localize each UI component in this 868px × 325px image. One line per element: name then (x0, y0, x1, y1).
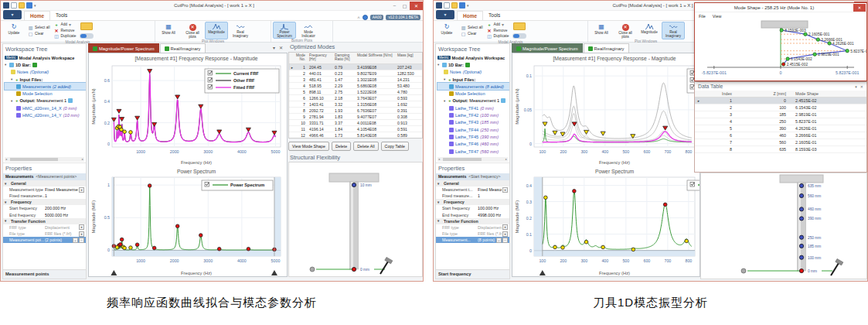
maximize-button[interactable]: ▢ (400, 2, 410, 10)
remove-point-button[interactable]: − (502, 238, 508, 243)
prop-file-type[interactable]: File typeFRF files (*.frf)▾ (3, 231, 86, 237)
remove-point-button[interactable]: − (79, 238, 84, 243)
new-file-icon[interactable] (11, 2, 17, 9)
remove-button[interactable]: ✕Remove (53, 29, 76, 33)
tab-home[interactable]: Home (24, 11, 50, 20)
add-point-button[interactable]: + (73, 238, 78, 243)
tree-hscrollbar[interactable]: ◂▸ (437, 157, 508, 162)
tree-item-measurements[interactable]: Measurements(2 added) (5, 83, 86, 90)
data-table-row[interactable]: 42505.8237E-01 (695, 118, 866, 125)
tab-tools[interactable]: Tools (50, 11, 73, 20)
mode-table-row[interactable]: 71403.413.321.3156E081.692 (289, 101, 422, 108)
tree-item-frf-file[interactable]: Lathe_TF48(635 mm) (437, 155, 509, 156)
tree-item-input-files[interactable]: ▾+Input Files: (437, 76, 509, 83)
update-button[interactable]: ↻ Update (435, 22, 458, 40)
close-button[interactable]: ✕ (410, 2, 423, 10)
modes-action-button[interactable]: Delete All (353, 142, 378, 151)
tab-tools[interactable]: Tools (483, 11, 505, 20)
prop-measurement-type[interactable]: Measurement typeFixed Measuremen▾ (3, 186, 86, 193)
open-folder-icon[interactable] (451, 2, 458, 9)
close-all-plots-button[interactable]: ✕Close all plots (614, 22, 637, 39)
prop-fixed-measurement[interactable]: Fixed measure...1 (436, 193, 509, 199)
clear-button[interactable]: ▢Clear (461, 32, 482, 36)
tree-item-frf-file[interactable]: Lathe_TF44(250 mm) (437, 126, 509, 133)
magnitude-button[interactable]: Magnitude (638, 22, 661, 39)
mode-table-row[interactable]: 4518.952.295.6860E0853.480 (289, 83, 422, 89)
tree-item-frf-file[interactable]: HMC_d20mm_14_X(0 mm) (5, 104, 86, 111)
globe-icon[interactable] (363, 15, 368, 20)
prop-measurement-points[interactable]: Measurement poi...(2 points)+− (3, 237, 86, 243)
prop-frf-type[interactable]: FRF typeDisplacement▾ (3, 224, 86, 231)
new-file-icon[interactable] (444, 2, 450, 9)
prop-start-frequency[interactable]: Start frequency100.000 Hz (436, 205, 509, 211)
tree-item-frf-file[interactable]: Lathe_TF43(185 mm) (437, 119, 509, 126)
tree-item-frf-file[interactable]: Lathe_TF47(560 mm) (437, 148, 509, 155)
mode-table-row[interactable]: 1204.450.793.4199E08207.243 (289, 64, 422, 70)
data-table-row[interactable]: 31852.9819E-01 (695, 111, 866, 118)
tree-item-frf-file[interactable]: Lathe_TF42(100 mm) (437, 111, 509, 118)
save-icon[interactable] (459, 2, 465, 9)
chevron-down-icon[interactable]: ▾ (273, 45, 275, 50)
save-icon[interactable] (26, 2, 32, 9)
mode-indicator-button[interactable]: Mode Indicator (297, 22, 320, 39)
tab-home[interactable]: Home (457, 11, 483, 20)
mode-table-row[interactable]: 61266.102.183.7643E070.593 (289, 95, 422, 101)
prop-fixed-measurement[interactable]: Fixed measureme...1 (3, 193, 86, 199)
tree-item-measurements[interactable]: Measurements(8 added) (437, 83, 509, 90)
tree-item-mode-selection[interactable]: Mode Selection (437, 90, 509, 97)
close-icon[interactable]: ✕ (860, 84, 863, 89)
power-spectrum-button[interactable]: Power Spectrum (273, 22, 296, 39)
tab-magnitude-power-spectrum[interactable]: Magnitude/Power Spectrum (88, 43, 159, 53)
prop-measurement-type[interactable]: Measurement t...Fixed Measure▾ (436, 186, 509, 193)
data-table-row[interactable]: 64603.2666E-01 (695, 132, 866, 139)
modes-action-button[interactable]: View Mode Shape (288, 142, 329, 151)
real-imaginary-button[interactable]: Real Imaginary (229, 22, 252, 39)
app-menu-button[interactable]: ▾ (3, 10, 22, 19)
tree-item-output[interactable]: ▾+Output: Measurement 1 (437, 98, 509, 104)
duplicate-button[interactable]: ◫Duplicate (486, 34, 509, 39)
update-button[interactable]: ↻ Update (2, 22, 26, 40)
mode-table-row[interactable]: 3481.411.471.3021E0814.231 (289, 77, 422, 83)
tree-root[interactable]: MetricModal Analysis Workspace (5, 54, 86, 61)
tree-item-frf-file[interactable]: Lathe_TF46(460 mm) (437, 141, 509, 148)
remove-button[interactable]: ✕Remove (486, 29, 509, 33)
tree-item-frf-file[interactable]: Lathe_TF45(390 mm) (437, 133, 509, 140)
app-menu-button[interactable]: ▾ (436, 10, 454, 19)
add-point-button[interactable]: + (496, 238, 502, 243)
add-button[interactable]: +Add▾ (53, 22, 76, 27)
prop-end-frequency[interactable]: End frequency4998.000 Hz (436, 212, 509, 218)
tab-magnitude-power-spectrum[interactable]: Magnitude/Power Spectrum (512, 43, 583, 53)
data-table-row[interactable]: 86358.1593E-03 (695, 146, 866, 153)
collapse-ribbon-icon[interactable]: ˄ (357, 15, 360, 20)
prop-file-type[interactable]: File typeFRF files (*.frf)▾ (436, 231, 509, 237)
duplicate-button[interactable]: ◫Duplicate (53, 34, 76, 39)
tree-item-notes[interactable]: Notes(Optional) (437, 69, 509, 76)
data-table-row[interactable]: 53904.2626E-01 (695, 125, 866, 132)
add-button[interactable]: +Add▾ (486, 22, 509, 27)
section-frequency[interactable]: ▾Frequency (436, 199, 509, 205)
tree-item-output[interactable]: ▾+Output: Measurement 1 (5, 98, 86, 104)
mode-table-row[interactable]: 124966.461.735.8140E080.589 (289, 132, 422, 139)
prop-start-frequency[interactable]: Start frequency200.000 Hz (3, 205, 86, 211)
mode-table-row[interactable]: 103331.713.374.0011E080.913 (289, 120, 422, 126)
magnitude-button[interactable]: Magnitude (205, 22, 228, 39)
tab-real-imaginary[interactable]: Real/Imaginary (584, 43, 629, 53)
section-transfer-function[interactable]: ▾Transfer Function (3, 218, 86, 224)
tree-hscrollbar[interactable]: ◂▸ (5, 157, 84, 162)
data-table-row[interactable]: 21006.1543E-02 (695, 104, 866, 111)
data-table-row[interactable]: 75602.1605E-01 (695, 139, 866, 146)
popup-close-button[interactable]: ✕ (853, 4, 866, 12)
folder-icon[interactable] (513, 22, 526, 30)
tree-item-mode-selection[interactable]: Mode Selection (5, 90, 86, 97)
tree-item-1d-bar[interactable]: ▾1D Bar: (5, 61, 86, 68)
tree-item-frf-file[interactable]: HMC_d20mm_14_Y(10 mm) (5, 111, 86, 118)
tree-item-frf-file[interactable]: Lathe_TF41(0 mm) (437, 104, 509, 111)
open-folder-icon[interactable] (19, 2, 25, 9)
mode-table-row[interactable]: 5898.112.751.5222E084.780 (289, 89, 422, 95)
tree-root[interactable]: MetricModal Analysis Workspac (437, 54, 509, 61)
tab-real-imaginary[interactable]: Real/Imaginary (160, 43, 206, 53)
close-plot-icon[interactable]: ✕ (279, 45, 283, 50)
mode-table-row[interactable]: 82092.721.936.7636E070.391 (289, 108, 422, 114)
real-imaginary-button[interactable]: Real Imaginary (662, 22, 685, 39)
section-transfer-function[interactable]: ▾Transfer Function (436, 218, 509, 224)
